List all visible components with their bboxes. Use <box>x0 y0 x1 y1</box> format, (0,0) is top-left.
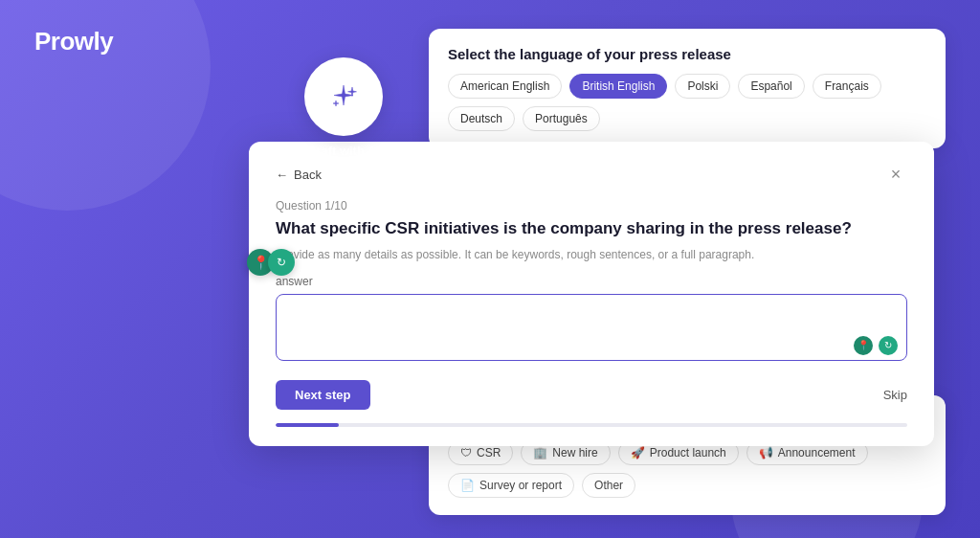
lang-portugues[interactable]: Português <box>523 106 600 131</box>
type-product-launch-label: Product launch <box>650 446 726 460</box>
question-number: Question 1/10 <box>276 199 907 213</box>
language-options: American English British English Polski … <box>448 74 926 131</box>
pin-icon: 📍 <box>854 336 873 355</box>
progress-bar-fill <box>276 423 339 427</box>
announcement-icon: 📢 <box>759 446 773 460</box>
new-hire-icon: 🏢 <box>533 446 547 460</box>
fab-ai-icon[interactable]: ↻ <box>268 249 295 276</box>
back-label: Back <box>294 168 322 182</box>
survey-report-icon: 📄 <box>460 479 475 492</box>
answer-label: answer <box>276 275 907 288</box>
draft-ai-widget[interactable]: Draft with AI <box>304 57 383 158</box>
question-title: What specific CSR initiatives is the com… <box>276 218 907 240</box>
dialog-header: ← Back × <box>276 163 907 186</box>
lang-british-english[interactable]: British English <box>569 74 667 99</box>
textarea-icons: 📍 ↻ <box>854 336 898 355</box>
lang-espanol[interactable]: Español <box>738 74 804 99</box>
language-card: Select the language of your press releas… <box>429 29 946 148</box>
language-card-title: Select the language of your press releas… <box>448 46 926 62</box>
sparkle-icon <box>326 79 361 114</box>
type-csr-label: CSR <box>477 446 501 460</box>
answer-textarea[interactable] <box>276 294 907 361</box>
csr-icon: 🛡 <box>460 446 472 460</box>
lang-american-english[interactable]: American English <box>448 74 562 99</box>
skip-button[interactable]: Skip <box>883 388 907 402</box>
floating-ai-buttons: 📍 ↻ <box>247 249 295 276</box>
answer-area: 📍 ↻ <box>276 294 907 365</box>
next-step-button[interactable]: Next step <box>276 380 370 410</box>
app-logo: Prowly <box>34 27 113 56</box>
back-arrow-icon: ← <box>276 168 288 182</box>
ai-cycle-icon[interactable]: ↻ <box>879 336 898 355</box>
question-hint: Provide as many details as possible. It … <box>276 248 907 261</box>
main-dialog: ← Back × Question 1/10 What specific CSR… <box>249 142 934 446</box>
close-button[interactable]: × <box>884 163 907 186</box>
draft-ai-label: Draft with AI <box>307 144 380 158</box>
lang-deutsch[interactable]: Deutsch <box>448 106 515 131</box>
dialog-footer: Next step Skip <box>276 380 907 410</box>
back-button[interactable]: ← Back <box>276 168 322 182</box>
lang-polski[interactable]: Polski <box>675 74 730 99</box>
type-options: 🛡 CSR 🏢 New hire 🚀 Product launch 📢 Anno… <box>448 440 926 498</box>
type-announcement-label: Announcement <box>778 446 856 460</box>
progress-bar <box>276 423 907 427</box>
lang-francais[interactable]: Français <box>813 74 881 99</box>
type-new-hire-label: New hire <box>552 446 597 460</box>
draft-ai-circle <box>304 57 383 136</box>
type-survey-report[interactable]: 📄 Survey or report <box>448 473 574 498</box>
product-launch-icon: 🚀 <box>631 446 645 460</box>
type-other-label: Other <box>594 479 623 492</box>
type-survey-report-label: Survey or report <box>479 479 562 492</box>
type-other[interactable]: Other <box>582 473 635 498</box>
